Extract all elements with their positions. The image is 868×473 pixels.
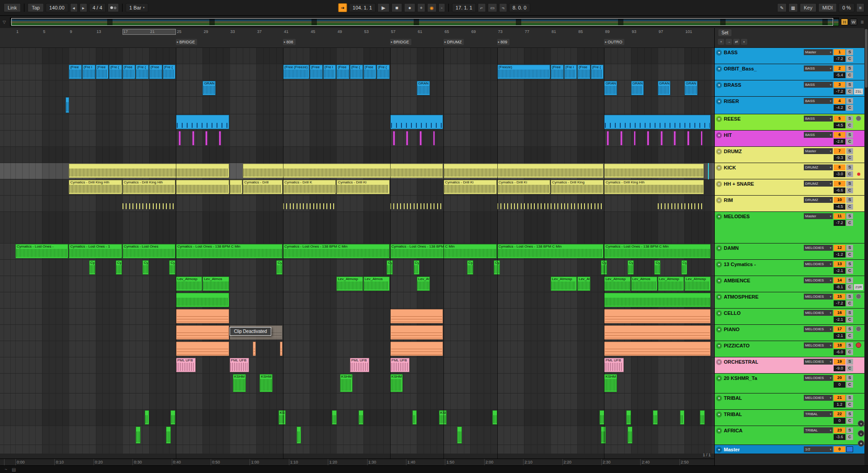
clip[interactable] [390, 196, 443, 211]
track-lane-13[interactable]: Lev_AtmospLev_AtmosLev_AtmospLev_AtmosLe… [0, 276, 714, 292]
track-number[interactable]: 11 [834, 213, 845, 219]
clip[interactable]: (Free [551, 65, 564, 79]
clip[interactable] [359, 410, 363, 425]
track-number[interactable]: 17 [834, 326, 845, 332]
track-header-12[interactable]: ▾13 Cymatics -MELODIES▾13S-2.1C [715, 260, 864, 276]
crossfade-button[interactable]: C [846, 139, 853, 145]
clip[interactable] [601, 426, 606, 444]
track-header-15[interactable]: ▾CELLOMELODIES▾16S-2.1C [715, 309, 864, 325]
clip[interactable] [69, 164, 229, 178]
track-lane-10[interactable] [0, 212, 714, 244]
clip[interactable] [176, 325, 229, 340]
volume-value[interactable]: -9.3 [834, 155, 845, 161]
clip[interactable]: KSHM [390, 374, 403, 392]
group-fold-icon[interactable]: ▾ [716, 412, 722, 417]
clip[interactable]: Cymatics - Drill Ki [497, 180, 550, 194]
clip[interactable]: Cy [494, 260, 500, 275]
track-lane-11[interactable]: Cymatics - Lost Ones -Cymatics - Lost On… [0, 244, 714, 260]
clip[interactable]: Cy [601, 260, 607, 275]
track-number[interactable]: 2 [834, 66, 845, 71]
clip[interactable]: PML UFB [350, 358, 369, 372]
time-signature-display[interactable]: 4 / 4 [89, 3, 106, 12]
clip[interactable]: (Freeze) [497, 65, 550, 79]
clip[interactable]: (Fre i [323, 65, 336, 79]
clip[interactable] [674, 131, 676, 145]
volume-value[interactable]: -7.2 [834, 220, 845, 226]
track-number[interactable]: 13 [834, 261, 845, 267]
clip[interactable]: Cymatics - Lost Ones - [15, 244, 68, 258]
track-header-18[interactable]: ▾ORCHESTRALMELODIES▾19S-9.0C [715, 357, 864, 374]
loop-region[interactable] [123, 29, 176, 35]
crossfade-button[interactable]: C [846, 220, 853, 226]
set-title[interactable]: Set [718, 29, 731, 36]
hotswap-w-button[interactable]: W [850, 19, 857, 25]
volume-value[interactable]: -2.1 [834, 317, 845, 323]
clip[interactable]: (Fre i [82, 65, 95, 79]
crossfade-button[interactable]: C [846, 333, 853, 339]
output-routing-selector[interactable]: TRIBAL▾ [804, 411, 833, 417]
track-number[interactable]: 19 [834, 359, 845, 365]
volume-value[interactable]: -6.6 [834, 187, 845, 193]
clip[interactable] [123, 196, 175, 211]
track-number[interactable]: 9 [834, 181, 845, 187]
clip[interactable]: Cymatics - Drill K [283, 180, 336, 194]
track-lane-12[interactable]: CyCyCyCyCyCyCyCyCyCyCyCyCy [0, 260, 714, 276]
clip[interactable]: Cymatics - Lost Ones [123, 244, 175, 258]
volume-value[interactable]: -7.2 [834, 89, 845, 94]
clip[interactable] [136, 426, 141, 444]
metronome-button[interactable] [108, 3, 119, 12]
track-fold-icon[interactable]: ▾ [716, 132, 722, 138]
volume-value[interactable]: -4.5 [834, 122, 845, 128]
track-lane-15[interactable] [0, 309, 714, 325]
locator-808[interactable]: ▸808 [283, 39, 296, 45]
solo-button[interactable]: S [846, 181, 853, 187]
clip[interactable] [66, 97, 69, 113]
clip[interactable]: (Free [149, 65, 162, 79]
arrangement-position-display[interactable]: 104. 1. 1 [349, 3, 376, 12]
clip[interactable] [599, 410, 604, 425]
group-fold-icon[interactable]: ▾ [716, 149, 722, 155]
track-header-23[interactable]: ▾Master1/2▾0 [715, 445, 864, 454]
clip[interactable] [176, 293, 229, 307]
track-header-22[interactable]: ▾AFRICATRIBAL▾23S-3.6C [715, 426, 864, 445]
crossfade-button[interactable]: C [846, 434, 853, 440]
volume-value[interactable]: -7.2 [834, 56, 845, 62]
track-header-11[interactable]: ▾DAMNMELODIES▾12S-1.2C [715, 244, 864, 260]
crossfade-button[interactable]: C [846, 187, 853, 193]
output-routing-selector[interactable]: MELODIES▾ [804, 342, 833, 348]
freeze-icon[interactable] [856, 294, 861, 299]
clip[interactable]: (Free [69, 65, 82, 79]
clip[interactable]: GRAN [604, 81, 617, 95]
scrollbar-thumb[interactable] [865, 29, 868, 88]
solo-button[interactable]: S [846, 395, 853, 401]
link-button[interactable]: Link [4, 3, 21, 12]
track-header-9[interactable]: ▾RIMDRUMZ▾10S-4.5C [715, 196, 864, 212]
quantization-menu[interactable]: 1 Bar ▾ [126, 3, 148, 12]
clip[interactable]: Cy [276, 260, 283, 275]
track-fold-icon[interactable]: ▾ [716, 116, 722, 122]
output-routing-selector[interactable]: MELODIES▾ [804, 326, 833, 332]
clip[interactable]: Lev_Atmosp [336, 276, 363, 291]
overview-minimap[interactable] [10, 18, 839, 26]
solo-button[interactable]: S [846, 98, 853, 104]
quick-button-2[interactable]: ▴ [858, 430, 864, 437]
track-header-17[interactable]: ▾PIZZICATOMELODIES▾18S-6.0C [715, 341, 864, 357]
volume-value[interactable]: -3.0 [834, 171, 845, 177]
clip[interactable]: GRAN [631, 81, 644, 95]
clip[interactable]: Cymatics - Lost Ones - 138 BPM C Min [604, 244, 711, 258]
clip[interactable]: Cy [169, 260, 175, 275]
solo-button[interactable]: S [846, 148, 853, 154]
track-fold-icon[interactable]: ▾ [716, 82, 722, 88]
draw-mode-button[interactable]: ✎ [777, 3, 786, 12]
track-header-0[interactable]: ▾BASSMaster▾1S-7.2C [715, 48, 864, 64]
clip[interactable]: Cy [89, 260, 95, 275]
track-fold-icon[interactable]: ▾ [716, 395, 722, 401]
freeze-icon[interactable] [856, 326, 861, 332]
clip[interactable]: PML UFB [390, 358, 410, 372]
clip[interactable] [497, 196, 604, 211]
clip[interactable] [433, 131, 435, 145]
output-routing-selector[interactable]: DRUMZ▾ [804, 181, 833, 187]
output-routing-selector[interactable]: Master▾ [804, 148, 833, 154]
volume-value[interactable]: -4.5 [834, 204, 845, 210]
re-enable-automation-button[interactable]: ◦ [438, 3, 445, 12]
